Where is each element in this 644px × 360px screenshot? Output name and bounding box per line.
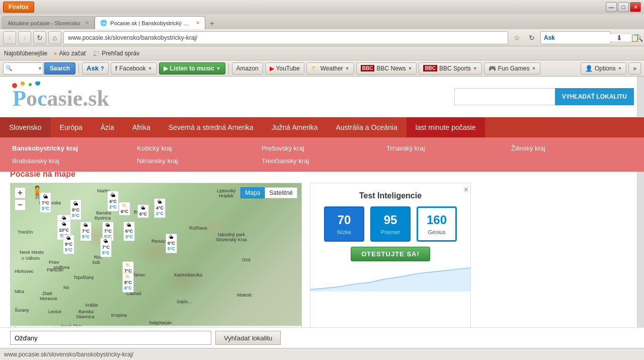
nav-item-azia[interactable]: Ázia	[92, 117, 123, 137]
new-tab-button[interactable]: +	[206, 18, 217, 29]
toolbar-sep-1	[78, 63, 79, 74]
iq-num-priemer: 95	[384, 213, 397, 227]
dropdown-item-bratislavsky[interactable]: Bratislavský kraj	[10, 156, 135, 166]
nav-item-juzna-america[interactable]: Južná Amerika	[263, 117, 327, 137]
fun-games-button[interactable]: 🎮 Fun Games ▼	[484, 62, 541, 75]
bbc-sports-button[interactable]: BBC BBC Sports ▼	[419, 62, 481, 75]
weather-marker-16[interactable]: ⛅ 8°C 6°C	[122, 273, 134, 293]
history-icon[interactable]: 📋	[628, 31, 641, 44]
dropdown-item-kosicky[interactable]: Košický kraj	[135, 143, 260, 153]
dropdown-item-nitriansky[interactable]: Nitriansky kraj	[135, 156, 260, 166]
svg-point-2	[21, 82, 25, 86]
downloads-icon[interactable]: ⬇	[613, 31, 626, 44]
facebook-dropdown-icon: ▼	[148, 66, 152, 71]
weather-marker-14[interactable]: 🌥 6°C 5°C	[166, 234, 177, 253]
bottom-search-input[interactable]	[10, 331, 211, 345]
weather-marker-2[interactable]: 🌥 4°C 2°C	[107, 191, 119, 211]
tab-1-close[interactable]: ✕	[85, 20, 89, 26]
toolbar-extend-button[interactable]: »	[628, 62, 641, 75]
ask-button[interactable]: Ask ?	[82, 62, 109, 75]
cloud-icon-2: 🌥	[111, 192, 116, 198]
site-search-input[interactable]	[454, 88, 555, 105]
ad-close-button[interactable]: ×	[464, 185, 468, 194]
bookmark-ako-zacat[interactable]: ● Ako začať	[53, 50, 86, 57]
refresh-icon[interactable]: ↻	[525, 31, 538, 44]
site-header: Pocasie.sk VYHĽADAŤ LOKALITU	[0, 77, 644, 117]
map-background: + − 🧍 Mapa Satelitné Trenčín Nové Mesto	[11, 183, 301, 333]
youtube-button[interactable]: ▶ YouTube	[265, 62, 304, 75]
facebook-button[interactable]: f Facebook ▼	[111, 62, 157, 75]
weather-marker-11[interactable]: 🌥 6°C 3°C	[123, 222, 135, 241]
site-logo: Pocasie.sk	[10, 82, 121, 112]
bbc-news-button[interactable]: BBC BBC News ▼	[356, 62, 417, 75]
bbc-sports-icon: BBC	[423, 65, 437, 71]
dropdown-item-trenciansky[interactable]: Trenčiansky kraj	[260, 156, 384, 166]
minimize-button[interactable]: —	[606, 2, 617, 12]
cloud-icon-8: 🌥	[62, 222, 66, 227]
weather-button[interactable]: ⛅ Weather ▼	[306, 62, 354, 75]
weather-marker-6[interactable]: 🌥 4°C 2°C	[154, 198, 166, 218]
bbc-news-dropdown-icon: ▼	[408, 66, 412, 71]
dropdown-item-trnavsky[interactable]: Trnavský kraj	[384, 143, 509, 153]
nav-item-afrika[interactable]: Afrika	[123, 117, 159, 137]
maximize-button[interactable]: □	[618, 2, 629, 12]
map-zoom-out[interactable]: −	[15, 199, 26, 210]
dropdown-item-banskobystricky[interactable]: Banskobystrický kraj	[10, 143, 135, 153]
nav-item-last-minute[interactable]: last minute počasie	[407, 117, 485, 137]
search-button[interactable]: Search	[44, 62, 75, 75]
options-dropdown-icon: ▼	[617, 66, 622, 71]
search-dropdown-icon[interactable]: ▼	[38, 66, 42, 71]
svg-marker-49	[310, 268, 470, 292]
dropdown-item-zilinsky[interactable]: Žilinský kraj	[509, 143, 634, 153]
nav-item-australie[interactable]: Austrália a Oceánia	[327, 117, 406, 137]
iq-box-priemer: 95 Priemer	[370, 206, 411, 242]
weather-marker-3[interactable]: 🌥 9°C 5°C	[70, 199, 82, 220]
refresh-button[interactable]: ↻	[33, 31, 46, 44]
weather-icon: ⛅	[311, 65, 318, 72]
amazon-button[interactable]: Amazon	[232, 62, 263, 75]
tab-2-close[interactable]: ✕	[196, 20, 200, 26]
weather-marker-9[interactable]: 🌥 7°C 5°C	[80, 222, 92, 241]
listen-music-button[interactable]: ▶ Listen to music ▼	[159, 62, 225, 75]
iq-test-button[interactable]: OTESTUJTE SA!	[351, 247, 430, 261]
map-type-satelitne[interactable]: Satelitné	[265, 187, 297, 198]
cloud-icon-6: 🌥	[157, 199, 162, 204]
close-button[interactable]: ✕	[630, 2, 641, 12]
bookmark-prehlad-sprav-label: Prehľad správ	[102, 50, 139, 57]
tab-1[interactable]: Aktuálne počasie - Slovensko ✕	[2, 16, 95, 29]
url-bar[interactable]: www.pocasie.sk/slovensko/banskobystricky…	[63, 31, 508, 44]
map-zoom-in[interactable]: +	[15, 187, 26, 198]
svg-point-4	[35, 82, 40, 86]
nav-item-slovensko[interactable]: Slovensko	[0, 117, 51, 137]
weather-marker-5[interactable]: 🌥 6°C	[137, 204, 149, 218]
nav-item-europa[interactable]: Európa	[51, 117, 92, 137]
firefox-menu-button[interactable]: Firefox	[3, 2, 34, 13]
map-type-mapa[interactable]: Mapa	[240, 187, 265, 198]
weather-marker-4[interactable]: ⛅ 6°C	[119, 202, 130, 215]
map-wrapper: + − 🧍 Mapa Satelitné Trenčín Nové Mesto	[10, 183, 302, 334]
weather-dropdown-icon: ▼	[345, 66, 350, 71]
search-input[interactable]	[13, 65, 38, 71]
iq-boxes: 70 Nízke 95 Priemer 160 Génius	[310, 206, 470, 242]
weather-marker-13[interactable]: 🌥 7°C 5°C	[100, 238, 112, 257]
bookmark-prehlad-sprav[interactable]: 📰 Prehľad správ	[92, 50, 139, 57]
options-button[interactable]: 👤 Options ▼	[581, 62, 626, 75]
bookmark-icon[interactable]: ☆	[510, 31, 523, 44]
fun-games-dropdown-icon: ▼	[531, 66, 536, 71]
search-box: 🔍 ▼ Search	[3, 62, 75, 75]
bookmark-najoblubeneisie[interactable]: Najobľúbenejšie	[4, 50, 47, 57]
map-pegman[interactable]: 🧍	[30, 185, 45, 199]
dropdown-item-presovsky[interactable]: Prešovský kraj	[260, 143, 384, 153]
iq-label-nizke: Nízke	[337, 229, 351, 235]
bottom-search-button[interactable]: Vyhľadať lokalitu	[215, 331, 281, 345]
ask-icon: ?	[101, 65, 104, 71]
back-button[interactable]: ‹	[3, 31, 16, 44]
sun-icon-15: ⛅	[125, 262, 131, 267]
tab-2[interactable]: 🌐 Pocasie.sk | Banskobystrický kraj ✕	[95, 16, 205, 29]
toolbar-sep-2	[228, 63, 229, 74]
home-button[interactable]: ⌂	[48, 31, 61, 44]
nav-item-severna-america[interactable]: Severná a stredná Amerika	[159, 117, 263, 137]
forward-button[interactable]: ›	[18, 31, 31, 44]
site-search-button[interactable]: VYHĽADAŤ LOKALITU	[555, 88, 634, 105]
weather-marker-12[interactable]: 🌥 9°C 5°C	[63, 235, 74, 254]
